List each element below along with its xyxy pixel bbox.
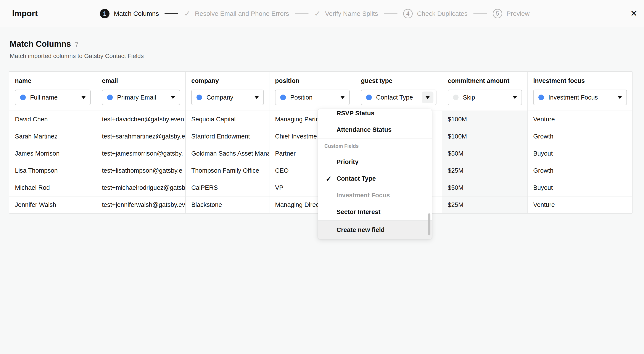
cell-email: test+jamesmorrison@gatsby. bbox=[96, 145, 185, 162]
mapped-field-dot bbox=[366, 94, 372, 100]
page-heading: Match Columns 7 Match imported columns t… bbox=[10, 40, 144, 60]
column-header-commitment-amount: commitment amount Skip bbox=[442, 72, 527, 110]
step-connector bbox=[384, 14, 398, 14]
cell-company: Sequoia Capital bbox=[185, 111, 269, 128]
step-connector bbox=[295, 14, 308, 14]
chevron-down-icon bbox=[254, 96, 259, 99]
mapped-field-dot bbox=[107, 94, 113, 100]
field-mapping-dropdown-menu: RSVP Status Attendance Status Custom Fie… bbox=[318, 108, 432, 239]
field-mapping-select-investment-focus[interactable]: Investment Focus bbox=[533, 90, 627, 105]
cell-name: Michael Rod bbox=[9, 180, 96, 196]
cell-commitment: $100M bbox=[442, 111, 527, 128]
cell-company: Stanford Endowment bbox=[185, 128, 269, 145]
step-connector bbox=[473, 14, 487, 14]
cell-email: test+michaelrodriguez@gatsb bbox=[96, 180, 185, 196]
column-header-guest-type: guest type Contact Type bbox=[355, 72, 442, 110]
column-header-investment-focus: investment focus Investment Focus bbox=[527, 72, 632, 110]
column-header-position: position Position bbox=[269, 72, 355, 110]
cell-focus: Venture bbox=[527, 196, 632, 213]
cell-email: test+davidchen@gatsby.even bbox=[96, 111, 185, 128]
cell-email: test+sarahmartinez@gatsby.e bbox=[96, 128, 185, 145]
cell-focus: Venture bbox=[527, 111, 632, 128]
cell-company: Goldman Sachs Asset Manag bbox=[185, 145, 269, 162]
step-1-circle: 1 bbox=[100, 9, 110, 18]
field-mapping-select-name[interactable]: Full name bbox=[15, 90, 91, 105]
menu-item-sector-interest[interactable]: Sector Interest bbox=[318, 204, 432, 220]
chevron-down-icon bbox=[340, 96, 345, 99]
chevron-down-icon bbox=[512, 96, 517, 99]
import-wizard-topbar: Import 1 Match Columns ✓ Resolve Email a… bbox=[0, 0, 644, 27]
page-title: Match Columns bbox=[10, 40, 71, 49]
cell-focus: Buyout bbox=[527, 145, 632, 162]
open-select-caret-button[interactable] bbox=[422, 92, 434, 103]
check-icon: ✓ bbox=[326, 174, 332, 183]
cell-commitment: $50M bbox=[442, 180, 527, 196]
cell-email: test+lisathompson@gatsby.e bbox=[96, 162, 185, 179]
menu-item-create-new-field[interactable]: Create new field bbox=[318, 221, 432, 239]
chevron-down-icon bbox=[618, 96, 622, 99]
column-count: 7 bbox=[75, 41, 78, 48]
cell-name: Lisa Thompson bbox=[9, 162, 96, 179]
chevron-down-icon bbox=[170, 96, 175, 99]
mapped-field-dot bbox=[280, 94, 286, 100]
field-mapping-select-position[interactable]: Position bbox=[275, 90, 350, 105]
check-icon: ✓ bbox=[314, 10, 321, 18]
step-4-circle: 4 bbox=[403, 9, 413, 18]
import-title: Import bbox=[12, 9, 38, 18]
cell-commitment: $100M bbox=[442, 128, 527, 145]
field-mapping-select-guest-type[interactable]: Contact Type bbox=[361, 90, 436, 105]
menu-item-priority[interactable]: Priority bbox=[318, 154, 432, 170]
cell-commitment: $25M bbox=[442, 162, 527, 179]
mapped-field-dot bbox=[196, 94, 202, 100]
chevron-down-icon bbox=[81, 96, 86, 99]
cell-focus: Buyout bbox=[527, 180, 632, 196]
field-mapping-select-email[interactable]: Primary Email bbox=[102, 90, 180, 105]
step-match-columns[interactable]: 1 Match Columns bbox=[100, 9, 159, 18]
step-resolve-errors[interactable]: ✓ Resolve Email and Phone Errors bbox=[184, 10, 289, 18]
cell-commitment: $50M bbox=[442, 145, 527, 162]
cell-focus: Growth bbox=[527, 128, 632, 145]
wizard-stepper: 1 Match Columns ✓ Resolve Email and Phon… bbox=[100, 0, 530, 27]
menu-item-attendance-status[interactable]: Attendance Status bbox=[318, 122, 432, 138]
chevron-down-icon bbox=[425, 96, 430, 99]
menu-item-contact-type[interactable]: ✓ Contact Type bbox=[318, 170, 432, 187]
cell-commitment: $25M bbox=[442, 196, 527, 213]
cell-focus: Growth bbox=[527, 162, 632, 179]
column-header-company: company Company bbox=[185, 72, 269, 110]
field-mapping-select-commitment[interactable]: Skip bbox=[448, 90, 522, 105]
cell-name: David Chen bbox=[9, 111, 96, 128]
column-header-name: name Full name bbox=[9, 72, 96, 110]
cell-name: Jennifer Walsh bbox=[9, 196, 96, 213]
cell-company: Blackstone bbox=[185, 196, 269, 213]
table-header-row: name Full name email Primary Email compa… bbox=[9, 72, 632, 110]
menu-item-investment-focus[interactable]: Investment Focus bbox=[318, 187, 432, 204]
field-mapping-select-company[interactable]: Company bbox=[191, 90, 264, 105]
cell-name: James Morrison bbox=[9, 145, 96, 162]
menu-item-rsvp-status[interactable]: RSVP Status bbox=[318, 109, 432, 122]
cell-email: test+jenniferwalsh@gatsby.ev bbox=[96, 196, 185, 213]
step-preview[interactable]: 5 Preview bbox=[493, 9, 530, 18]
mapped-field-dot bbox=[538, 94, 544, 100]
close-icon[interactable]: ✕ bbox=[630, 9, 638, 18]
page-subtitle: Match imported columns to Gatsby Contact… bbox=[10, 52, 144, 60]
column-header-email: email Primary Email bbox=[96, 72, 185, 110]
step-verify-name-splits[interactable]: ✓ Verify Name Splits bbox=[314, 10, 378, 18]
cell-company: CalPERS bbox=[185, 180, 269, 196]
skipped-field-dot bbox=[453, 94, 458, 100]
cell-company: Thompson Family Office bbox=[185, 162, 269, 179]
cell-name: Sarah Martinez bbox=[9, 128, 96, 145]
check-icon: ✓ bbox=[184, 10, 190, 18]
dropdown-scrollbar-thumb[interactable] bbox=[428, 213, 430, 236]
custom-fields-section-label: Custom Fields bbox=[318, 138, 432, 154]
step-5-circle: 5 bbox=[493, 9, 502, 18]
mapped-field-dot bbox=[20, 94, 26, 100]
step-check-duplicates[interactable]: 4 Check Duplicates bbox=[403, 9, 468, 18]
step-connector bbox=[164, 14, 178, 14]
